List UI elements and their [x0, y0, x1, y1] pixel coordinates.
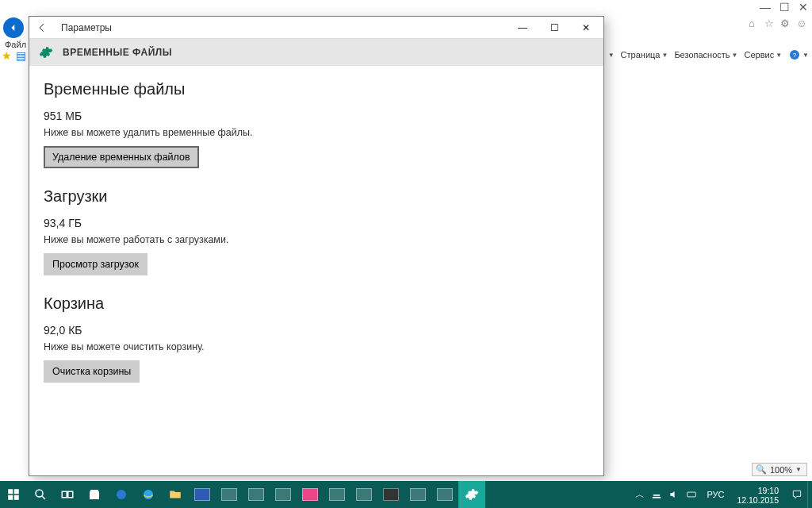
browser-close-button[interactable]: ✕	[798, 2, 809, 13]
svg-rect-8	[688, 492, 696, 497]
smile-icon[interactable]: ☺	[796, 17, 807, 29]
keyboard-icon[interactable]	[686, 489, 697, 500]
svg-rect-4	[62, 491, 67, 498]
task-view-button[interactable]	[54, 481, 81, 508]
settings-maximize-button[interactable]: ☐	[538, 17, 570, 39]
taskbar-app-ie[interactable]	[135, 481, 162, 508]
taskbar-app-store[interactable]	[81, 481, 108, 508]
home-icon[interactable]: ⌂	[749, 17, 760, 29]
section-title: Корзина	[44, 294, 589, 313]
security-menu-label: Безопасность	[674, 50, 730, 60]
page-menu-label: Страница	[621, 50, 661, 60]
empty-recycle-button[interactable]: Очистка корзины	[44, 360, 140, 383]
chevron-down-icon: ▼	[732, 52, 738, 59]
browser-minimize-button[interactable]: —	[760, 2, 771, 13]
network-icon[interactable]	[651, 489, 662, 500]
taskbar-app-generic-1[interactable]	[216, 481, 243, 508]
settings-body: Временные файлы 951 МБ Ниже вы можете уд…	[29, 66, 603, 475]
browser-back-button[interactable]	[3, 17, 24, 38]
taskbar-app-calc[interactable]	[377, 481, 404, 508]
downloads-desc: Ниже вы можете работать с загрузками.	[44, 234, 589, 245]
taskbar-app-generic-6[interactable]	[404, 481, 431, 508]
ie-command-bar: ▼ ▼ ▼ Страница ▼ Безопасность ▼ Сервис ▼…	[603, 46, 809, 64]
security-menu[interactable]: Безопасность ▼	[674, 50, 737, 60]
section-title: Загрузки	[44, 187, 589, 206]
section-recycle-bin: Корзина 92,0 КБ Ниже вы можете очистить …	[44, 294, 589, 383]
favorites-bar: ★ ▤	[2, 49, 29, 62]
settings-page-title: ВРЕМЕННЫЕ ФАЙЛЫ	[63, 47, 172, 58]
svg-point-7	[144, 490, 153, 499]
file-menu[interactable]: Файл	[5, 40, 26, 49]
zoom-value: 100%	[770, 465, 792, 475]
settings-window-title: Параметры	[61, 22, 112, 33]
browser-window-controls: — ☐ ✕	[760, 2, 809, 13]
add-favorite-icon[interactable]: ★	[2, 49, 14, 62]
svg-point-6	[117, 490, 126, 499]
chevron-down-icon: ▼	[661, 52, 668, 59]
section-title: Временные файлы	[44, 80, 589, 98]
taskbar: ︿ РУС 19:10 12.10.2015	[0, 481, 812, 508]
settings-close-button[interactable]: ✕	[570, 17, 602, 39]
favorites-icon[interactable]: ▤	[16, 49, 29, 62]
section-downloads: Загрузки 93,4 ГБ Ниже вы можете работать…	[44, 187, 589, 275]
browser-extras: ⌂ ☆ ⚙ ☺	[749, 17, 807, 29]
temp-size: 951 МБ	[44, 110, 589, 122]
taskbar-app-generic-2[interactable]	[243, 481, 270, 508]
browser-maximize-button[interactable]: ☐	[779, 2, 790, 13]
svg-text:?: ?	[793, 52, 797, 59]
show-desktop-button[interactable]	[807, 481, 812, 508]
chevron-down-icon: ▼	[802, 52, 809, 59]
search-button[interactable]	[27, 481, 54, 508]
svg-point-3	[36, 490, 43, 497]
chevron-down-icon: ▼	[608, 52, 615, 59]
section-temp-files: Временные файлы 951 МБ Ниже вы можете уд…	[44, 80, 589, 168]
settings-window: Параметры — ☐ ✕ ВРЕМЕННЫЕ ФАЙЛЫ Временны…	[29, 16, 604, 476]
temp-desc: Ниже вы можете удалить временные файлы.	[44, 127, 589, 138]
star-icon[interactable]: ☆	[764, 17, 776, 29]
gear-icon[interactable]: ⚙	[780, 17, 791, 29]
help-icon: ?	[788, 48, 801, 61]
taskbar-app-generic-7[interactable]	[431, 481, 458, 508]
taskbar-clock[interactable]: 19:10 12.10.2015	[733, 484, 785, 504]
chevron-down-icon: ▼	[795, 466, 802, 473]
taskbar-app-word[interactable]	[189, 481, 216, 508]
clock-date: 12.10.2015	[737, 496, 779, 505]
page-menu[interactable]: Страница ▼	[621, 50, 668, 60]
gear-icon	[37, 44, 55, 61]
settings-back-button[interactable]	[34, 20, 50, 36]
taskbar-app-settings[interactable]	[458, 481, 485, 508]
taskbar-app-generic-5[interactable]	[350, 481, 377, 508]
taskbar-app-explorer[interactable]	[162, 481, 189, 508]
recycle-size: 92,0 КБ	[44, 324, 589, 337]
settings-page-header: ВРЕМЕННЫЕ ФАЙЛЫ	[29, 39, 603, 66]
magnifier-icon: 🔍	[756, 464, 767, 475]
input-language[interactable]: РУС	[703, 490, 727, 499]
tray-chevron-up-icon[interactable]: ︿	[635, 488, 645, 502]
taskbar-app-generic-4[interactable]	[324, 481, 350, 508]
start-button[interactable]	[0, 481, 27, 508]
settings-minimize-button[interactable]: —	[507, 17, 538, 39]
taskbar-app-paint[interactable]	[297, 481, 324, 508]
svg-rect-5	[68, 491, 73, 498]
service-menu[interactable]: Сервис ▼	[744, 50, 782, 60]
system-tray: ︿ РУС 19:10 12.10.2015	[630, 481, 807, 508]
view-downloads-button[interactable]: Просмотр загрузок	[44, 253, 147, 275]
taskbar-app-edge[interactable]	[108, 481, 135, 508]
delete-temp-button[interactable]: Удаление временных файлов	[44, 146, 199, 168]
taskbar-app-generic-3[interactable]	[270, 481, 297, 508]
help-menu[interactable]: ? ▼	[788, 48, 809, 61]
action-center-icon[interactable]	[791, 489, 802, 500]
service-menu-label: Сервис	[744, 50, 774, 60]
settings-titlebar: Параметры — ☐ ✕	[29, 17, 603, 39]
clock-time: 19:10	[737, 487, 779, 495]
zoom-indicator[interactable]: 🔍 100% ▼	[752, 463, 807, 476]
downloads-size: 93,4 ГБ	[44, 217, 589, 229]
volume-icon[interactable]	[668, 489, 680, 500]
chevron-down-icon: ▼	[776, 52, 782, 59]
recycle-desc: Ниже вы можете очистить корзину.	[44, 341, 589, 352]
